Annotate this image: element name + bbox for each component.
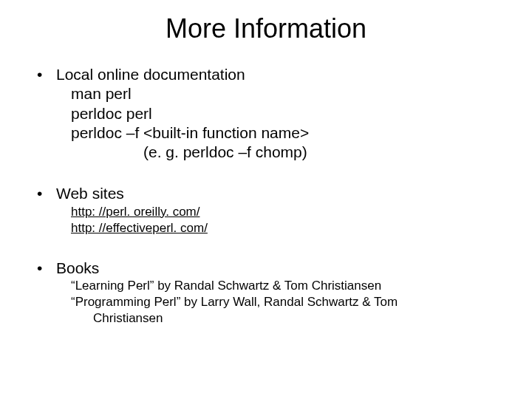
web-heading: Web sites	[56, 184, 510, 203]
slide-title: More Information	[22, 13, 510, 44]
book-2-line-1: “Programming Perl” by Larry Wall, Randal…	[56, 294, 510, 310]
slide: More Information Local online documentat…	[0, 0, 532, 399]
book-1: “Learning Perl” by Randal Schwartz & Tom…	[56, 278, 510, 294]
books-heading: Books	[56, 259, 510, 278]
bullet-local-docs: Local online documentation man perl perl…	[37, 65, 510, 162]
local-line-4: (e. g. perldoc –f chomp)	[56, 143, 510, 162]
bullet-books: Books “Learning Perl” by Randal Schwartz…	[37, 259, 510, 327]
bullet-list: Local online documentation man perl perl…	[22, 65, 510, 327]
web-link-1[interactable]: http: //perl. oreilly. com/	[56, 204, 510, 220]
local-heading: Local online documentation	[56, 65, 510, 84]
local-line-3: perldoc –f <built-in function name>	[56, 123, 510, 143]
local-line-2: perldoc perl	[56, 104, 510, 123]
web-link-2[interactable]: http: //effectiveperl. com/	[56, 220, 510, 236]
local-line-1: man perl	[56, 84, 510, 103]
bullet-web-sites: Web sites http: //perl. oreilly. com/ ht…	[37, 184, 510, 236]
book-2-line-2: Christiansen	[56, 310, 510, 327]
